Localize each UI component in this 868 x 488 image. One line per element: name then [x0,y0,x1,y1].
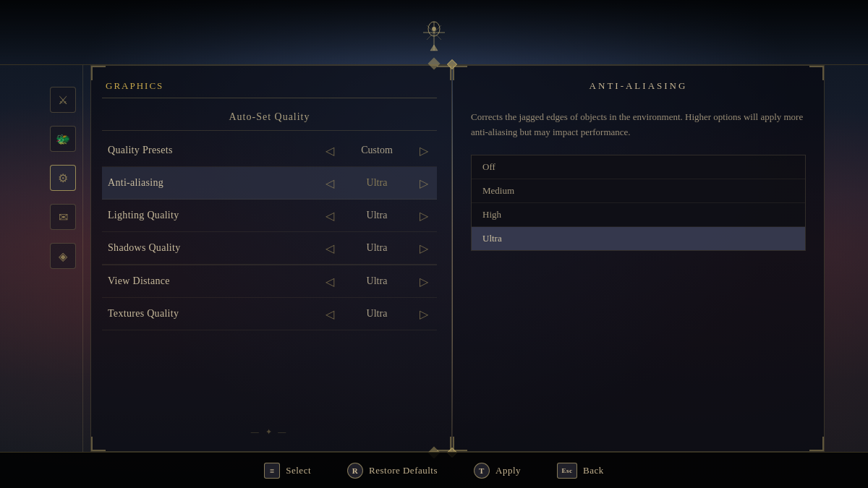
corner-tr [437,66,451,80]
label-select: Select [286,465,311,476]
panel-bottom-decoration: — ✦ — [102,420,437,437]
arrow-right-textures[interactable]: ▷ [417,307,431,321]
dropdown-item-high[interactable]: High [472,203,805,227]
label-apply: Apply [495,465,521,476]
dropdown-item-medium[interactable]: Medium [472,179,805,203]
sidebar-icon-character[interactable]: ⚔ [50,87,76,113]
sidebar: ⚔ 🐲 ⚙ ✉ ◈ [43,65,83,452]
settings-panel: GRAPHICS Auto-Set Quality Quality Preset… [90,65,452,452]
dropdown-item-ultra[interactable]: Ultra [472,227,805,250]
setting-name-quality-presets: Quality Presets [108,145,323,156]
setting-name-textures: Textures Quality [108,308,323,320]
auto-set-button[interactable]: Auto-Set Quality [102,104,437,131]
svg-point-5 [432,27,436,31]
label-restore: Restore Defaults [369,465,438,476]
setting-value-quality-presets: Custom [348,145,406,156]
settings-list: Quality Presets ◁ Custom ▷ Anti-aliasing… [102,134,437,420]
arrow-left-view-distance[interactable]: ◁ [323,274,337,288]
action-select: ≡ Select [264,463,311,479]
action-restore: R Restore Defaults [347,463,438,479]
dropdown-item-off[interactable]: Off [472,155,805,179]
action-back[interactable]: Esc Back [557,463,604,479]
arrow-left-lighting[interactable]: ◁ [323,208,337,223]
setting-value-view-distance: Ultra [348,275,406,287]
top-emblem [416,14,452,51]
setting-name-anti-aliasing: Anti-aliasing [108,177,323,189]
dropdown-list: Off Medium High Ultra [471,155,806,251]
svg-marker-6 [430,45,438,51]
setting-value-textures: Ultra [348,308,406,320]
setting-row-view-distance[interactable]: View Distance ◁ Ultra ▷ [102,265,437,298]
setting-row-lighting[interactable]: Lighting Quality ◁ Ultra ▷ [102,200,437,232]
arrow-left-shadows[interactable]: ◁ [323,241,337,255]
setting-name-view-distance: View Distance [108,275,323,287]
info-corner-tl [453,66,467,80]
setting-row-quality-presets[interactable]: Quality Presets ◁ Custom ▷ [102,134,437,167]
arrow-right-view-distance[interactable]: ▷ [417,274,431,288]
setting-name-lighting: Lighting Quality [108,210,323,221]
arrow-right-quality-presets[interactable]: ▷ [417,143,431,158]
arrow-left-quality-presets[interactable]: ◁ [323,143,337,158]
top-border [0,0,868,65]
main-content: ⚔ 🐲 ⚙ ✉ ◈ GRAPHICS Auto-Set Quality Qual… [43,65,825,452]
label-back: Back [583,465,604,476]
setting-row-textures[interactable]: Textures Quality ◁ Ultra ▷ [102,298,437,330]
bottom-bar: ≡ Select R Restore Defaults T Apply Esc … [0,452,868,488]
arrow-left-textures[interactable]: ◁ [323,307,337,321]
info-corner-br [809,437,824,451]
info-description: Corrects the jagged edges of objects in … [471,110,806,140]
setting-value-shadows: Ultra [348,242,406,254]
arrow-right-shadows[interactable]: ▷ [417,241,431,255]
arrow-right-lighting[interactable]: ▷ [417,208,431,223]
setting-row-anti-aliasing[interactable]: Anti-aliasing ◁ Ultra ▷ [102,167,437,200]
info-corner-tr [809,66,824,80]
info-corner-bl [453,437,467,451]
sidebar-icon-inventory[interactable]: 🐲 [50,126,76,152]
info-panel: ANTI-ALIASING Corrects the jagged edges … [453,65,825,452]
sidebar-icon-mail[interactable]: ✉ [50,204,76,230]
vertical-divider [452,65,453,452]
key-back: Esc [557,463,577,479]
setting-row-shadows[interactable]: Shadows Quality ◁ Ultra ▷ [102,232,437,265]
key-restore: R [347,463,363,479]
key-apply: T [474,463,490,479]
sidebar-icon-map[interactable]: ◈ [50,243,76,269]
info-title: ANTI-ALIASING [471,80,806,99]
setting-value-anti-aliasing: Ultra [348,177,406,189]
action-apply[interactable]: T Apply [474,463,521,479]
corner-tl [91,66,106,80]
section-title: GRAPHICS [102,80,437,98]
corner-bl [91,437,106,451]
key-select: ≡ [264,463,280,479]
sidebar-icon-settings[interactable]: ⚙ [50,165,76,191]
arrow-left-anti-aliasing[interactable]: ◁ [323,176,337,190]
arrow-right-anti-aliasing[interactable]: ▷ [417,176,431,190]
setting-name-shadows: Shadows Quality [108,242,323,254]
setting-value-lighting: Ultra [348,210,406,221]
